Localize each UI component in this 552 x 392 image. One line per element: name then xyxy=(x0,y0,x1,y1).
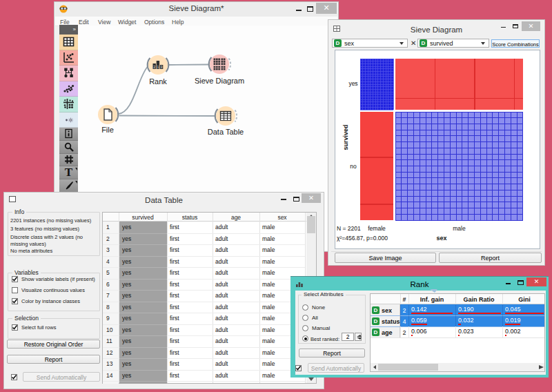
svg-text:Rank: Rank xyxy=(149,77,167,86)
svg-text:Sieve Diagram: Sieve Diagram xyxy=(195,77,244,85)
svg-text:File: File xyxy=(101,126,114,134)
svg-text:Data Table: Data Table xyxy=(208,128,244,136)
